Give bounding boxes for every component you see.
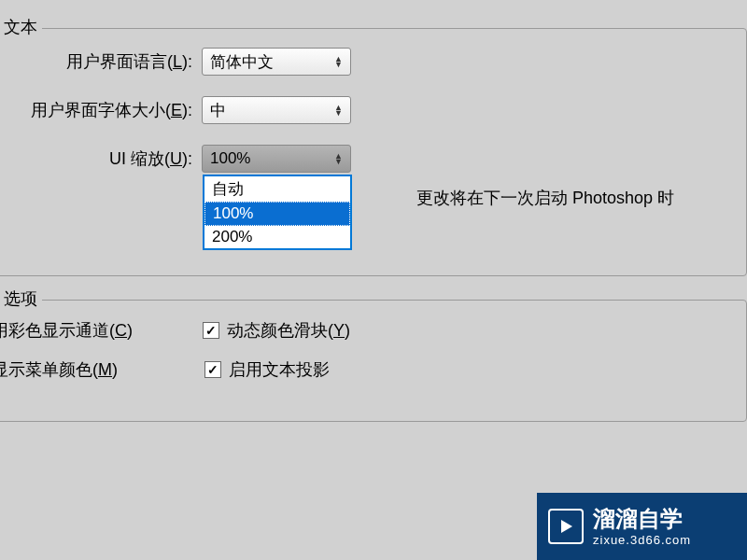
ui-language-label: 用户界面语言(L): [6, 50, 202, 73]
dropdown-arrows-icon: ▲▼ [334, 153, 343, 164]
ui-fontsize-dropdown[interactable]: 中 ▲▼ [202, 96, 351, 124]
ui-fontsize-value: 中 [210, 100, 226, 121]
options-group-title: 选项 [0, 287, 42, 310]
svg-marker-0 [561, 520, 572, 533]
dropdown-arrows-icon: ▲▼ [334, 105, 343, 116]
dropdown-arrows-icon: ▲▼ [334, 56, 343, 67]
ui-fontsize-label: 用户界面字体大小(E): [6, 99, 202, 121]
text-shadow-option[interactable]: ✓ 启用文本投影 [204, 358, 330, 381]
checkbox-row-2: 显示菜单颜色(M) ✓ 启用文本投影 [6, 358, 732, 381]
ui-scale-options-list: 自动 100% 200% [203, 175, 352, 250]
ui-language-value: 简体中文 [210, 51, 274, 73]
ui-language-row: 用户界面语言(L): 简体中文 ▲▼ [6, 48, 732, 76]
watermark-url: zixue.3d66.com [593, 533, 691, 548]
scale-option-200[interactable]: 200% [204, 226, 350, 248]
ui-scale-dropdown[interactable]: 100% ▲▼ 自动 100% 200% [202, 145, 351, 173]
checkbox-row-1: 用彩色显示通道(C) ✓ 动态颜色滑块(Y) [6, 319, 732, 342]
options-group: 选项 用彩色显示通道(C) ✓ 动态颜色滑块(Y) 显示菜单颜色(M) ✓ 启用… [0, 300, 747, 422]
ui-scale-value: 100% [210, 149, 250, 168]
watermark-banner: 溜溜自学 zixue.3d66.com [537, 493, 747, 560]
text-group: 文本 用户界面语言(L): 简体中文 ▲▼ 用户界面字体大小(E): 中 ▲▼ [0, 28, 747, 276]
menu-color-label: 显示菜单颜色(M) [0, 358, 118, 381]
restart-hint: 更改将在下一次启动 Photoshop 时 [416, 187, 674, 209]
ui-scale-label: UI 缩放(U): [6, 147, 202, 170]
ui-fontsize-row: 用户界面字体大小(E): 中 ▲▼ [6, 96, 732, 124]
watermark-text: 溜溜自学 zixue.3d66.com [593, 506, 691, 547]
scale-option-100[interactable]: 100% [204, 202, 350, 226]
channel-color-label: 用彩色显示通道(C) [0, 319, 133, 342]
dynamic-slider-option[interactable]: ✓ 动态颜色滑块(Y) [203, 319, 350, 342]
play-icon [548, 509, 584, 544]
watermark-title: 溜溜自学 [593, 506, 691, 533]
dynamic-slider-checkbox[interactable]: ✓ [203, 322, 219, 339]
ui-scale-row: UI 缩放(U): 100% ▲▼ 自动 100% 200% 更改将在下一次启动… [6, 145, 732, 173]
scale-option-auto[interactable]: 自动 [204, 176, 350, 202]
text-shadow-checkbox[interactable]: ✓ [204, 361, 221, 378]
ui-language-dropdown[interactable]: 简体中文 ▲▼ [202, 48, 351, 76]
text-group-title: 文本 [0, 16, 42, 38]
